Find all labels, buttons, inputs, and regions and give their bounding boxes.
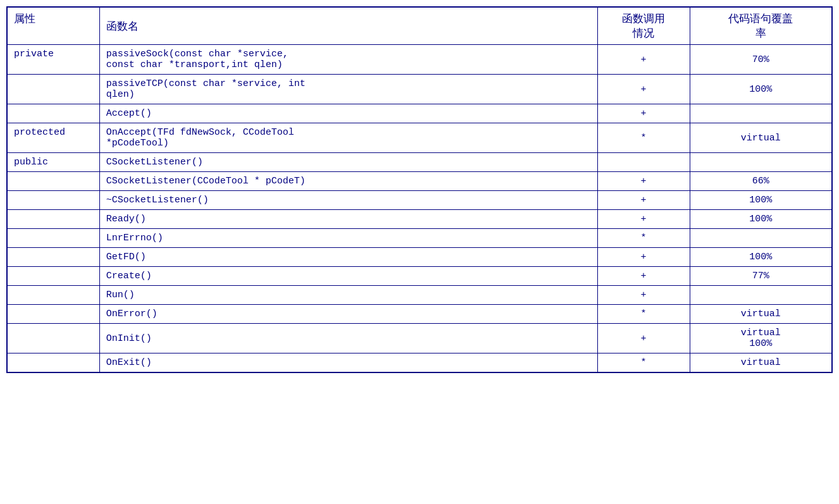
cell-coverage bbox=[690, 286, 832, 305]
cell-coverage: 100% bbox=[690, 210, 832, 229]
cell-call: + bbox=[597, 75, 690, 104]
cell-call bbox=[597, 153, 690, 172]
cell-attr: public bbox=[7, 153, 99, 172]
cell-attr bbox=[7, 267, 99, 286]
cell-func: OnExit() bbox=[99, 353, 597, 373]
cell-coverage bbox=[690, 153, 832, 172]
cell-call: + bbox=[597, 210, 690, 229]
cell-call: * bbox=[597, 305, 690, 324]
cell-coverage: 100% bbox=[690, 248, 832, 267]
table-row: Ready()+100% bbox=[7, 210, 832, 229]
cell-coverage: virtual 100% bbox=[690, 324, 832, 353]
header-coverage: 代码语句覆盖率 bbox=[690, 7, 832, 45]
cell-call: + bbox=[597, 45, 690, 75]
cell-call: + bbox=[597, 191, 690, 210]
cell-coverage: virtual bbox=[690, 305, 832, 324]
table-row: Create()+77% bbox=[7, 267, 832, 286]
cell-call: * bbox=[597, 229, 690, 248]
table-row: protectedOnAccept(TFd fdNewSock, CCodeTo… bbox=[7, 123, 832, 153]
table-row: LnrErrno()* bbox=[7, 229, 832, 248]
cell-call: + bbox=[597, 324, 690, 353]
main-container: 属性 函数名 函数调用情况 代码语句覆盖率 privatepassiveSock… bbox=[0, 0, 839, 504]
cell-attr bbox=[7, 286, 99, 305]
cell-func: Ready() bbox=[99, 210, 597, 229]
table-row: CSocketListener(CCodeTool * pCodeT)+66% bbox=[7, 172, 832, 191]
header-call: 函数调用情况 bbox=[597, 7, 690, 45]
cell-attr bbox=[7, 210, 99, 229]
cell-func: passiveTCP(const char *service, int qlen… bbox=[99, 75, 597, 104]
cell-func: GetFD() bbox=[99, 248, 597, 267]
cell-call: + bbox=[597, 248, 690, 267]
cell-attr: private bbox=[7, 45, 99, 75]
table-row: Run()+ bbox=[7, 286, 832, 305]
cell-attr bbox=[7, 229, 99, 248]
cell-func: OnInit() bbox=[99, 324, 597, 353]
cell-func: ~CSocketListener() bbox=[99, 191, 597, 210]
class-table: 属性 函数名 函数调用情况 代码语句覆盖率 privatepassiveSock… bbox=[6, 6, 833, 373]
cell-func: Create() bbox=[99, 267, 597, 286]
table-row: OnExit()*virtual bbox=[7, 353, 832, 373]
cell-attr bbox=[7, 172, 99, 191]
cell-func: passiveSock(const char *service, const c… bbox=[99, 45, 597, 75]
header-func: 函数名 bbox=[99, 7, 597, 45]
header-row: 属性 函数名 函数调用情况 代码语句覆盖率 bbox=[7, 7, 832, 45]
cell-coverage: 77% bbox=[690, 267, 832, 286]
table-row: privatepassiveSock(const char *service, … bbox=[7, 45, 832, 75]
header-attr: 属性 bbox=[7, 7, 99, 45]
cell-call: + bbox=[597, 286, 690, 305]
table-row: passiveTCP(const char *service, int qlen… bbox=[7, 75, 832, 104]
cell-coverage: 70% bbox=[690, 45, 832, 75]
cell-call: + bbox=[597, 267, 690, 286]
cell-func: Run() bbox=[99, 286, 597, 305]
cell-func: OnAccept(TFd fdNewSock, CCodeTool *pCode… bbox=[99, 123, 597, 153]
cell-coverage: virtual bbox=[690, 353, 832, 373]
cell-call: + bbox=[597, 104, 690, 123]
cell-attr bbox=[7, 248, 99, 267]
cell-coverage: virtual bbox=[690, 123, 832, 153]
cell-attr: protected bbox=[7, 123, 99, 153]
cell-call: * bbox=[597, 123, 690, 153]
cell-attr bbox=[7, 305, 99, 324]
table-row: ~CSocketListener()+100% bbox=[7, 191, 832, 210]
cell-coverage: 66% bbox=[690, 172, 832, 191]
table-row: Accept()+ bbox=[7, 104, 832, 123]
table-row: OnError()*virtual bbox=[7, 305, 832, 324]
table-body: privatepassiveSock(const char *service, … bbox=[7, 45, 832, 373]
cell-attr bbox=[7, 75, 99, 104]
cell-coverage: 100% bbox=[690, 191, 832, 210]
cell-attr bbox=[7, 353, 99, 373]
table-row: GetFD()+100% bbox=[7, 248, 832, 267]
table-row: publicCSocketListener() bbox=[7, 153, 832, 172]
cell-attr bbox=[7, 324, 99, 353]
cell-func: CSocketListener(CCodeTool * pCodeT) bbox=[99, 172, 597, 191]
cell-call: + bbox=[597, 172, 690, 191]
cell-func: Accept() bbox=[99, 104, 597, 123]
cell-coverage bbox=[690, 229, 832, 248]
cell-coverage bbox=[690, 104, 832, 123]
cell-coverage: 100% bbox=[690, 75, 832, 104]
cell-attr bbox=[7, 104, 99, 123]
cell-func: LnrErrno() bbox=[99, 229, 597, 248]
table-row: OnInit()+virtual 100% bbox=[7, 324, 832, 353]
cell-func: CSocketListener() bbox=[99, 153, 597, 172]
cell-attr bbox=[7, 191, 99, 210]
cell-func: OnError() bbox=[99, 305, 597, 324]
cell-call: * bbox=[597, 353, 690, 373]
